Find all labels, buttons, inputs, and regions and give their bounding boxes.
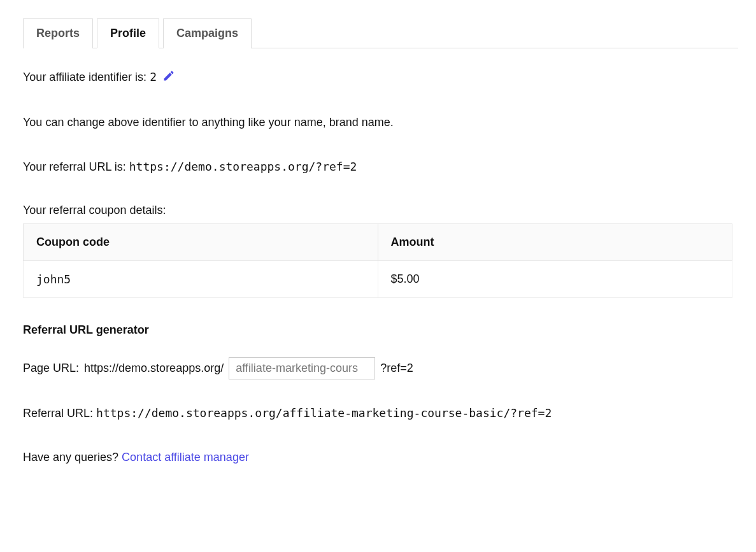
identifier-value: 2	[150, 70, 157, 83]
referral-result-value: https://demo.storeapps.org/affiliate-mar…	[96, 406, 552, 420]
referral-url-row: Your referral URL is: https://demo.store…	[23, 159, 732, 175]
coupon-header-amount: Amount	[378, 223, 732, 260]
page-url-row: Page URL: https://demo.storeapps.org/ ?r…	[23, 357, 732, 379]
page-url-base: https://demo.storeapps.org/	[84, 362, 224, 375]
affiliate-identifier-row: Your affiliate identifier is: 2	[23, 69, 732, 87]
generator-title: Referral URL generator	[23, 323, 732, 337]
coupon-code-cell: john5	[24, 260, 378, 297]
tab-profile[interactable]: Profile	[97, 18, 159, 48]
tabs: Reports Profile Campaigns	[23, 18, 738, 48]
coupon-details-label: Your referral coupon details:	[23, 204, 732, 217]
queries-text: Have any queries?	[23, 451, 118, 464]
queries-row: Have any queries? Contact affiliate mana…	[23, 449, 732, 465]
table-row: john5 $5.00	[24, 260, 732, 297]
referral-result-row: Referral URL: https://demo.storeapps.org…	[23, 405, 732, 421]
tab-campaigns[interactable]: Campaigns	[163, 18, 252, 48]
page-url-suffix: ?ref=2	[380, 362, 413, 375]
contact-manager-link[interactable]: Contact affiliate manager	[122, 451, 249, 464]
change-hint: You can change above identifier to anyth…	[23, 115, 732, 131]
referral-url-value: https://demo.storeapps.org/?ref=2	[129, 160, 357, 173]
referral-url-label: Your referral URL is:	[23, 160, 126, 173]
coupon-table: Coupon code Amount john5 $5.00	[23, 223, 732, 298]
tab-reports[interactable]: Reports	[23, 18, 93, 48]
referral-result-label: Referral URL:	[23, 407, 93, 420]
profile-content: Your affiliate identifier is: 2 You can …	[18, 48, 738, 465]
identifier-label: Your affiliate identifier is:	[23, 71, 146, 83]
page-url-label: Page URL:	[23, 362, 79, 375]
page-url-input[interactable]	[229, 357, 375, 379]
coupon-header-code: Coupon code	[24, 223, 378, 260]
coupon-amount-cell: $5.00	[378, 260, 732, 297]
edit-identifier-icon[interactable]	[162, 69, 175, 87]
